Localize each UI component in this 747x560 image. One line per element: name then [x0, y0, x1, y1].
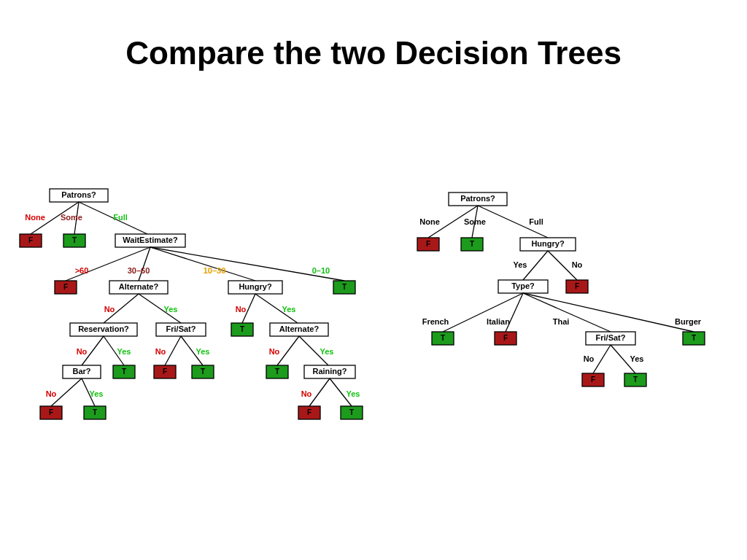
svg-line-124 [593, 345, 611, 373]
svg-line-109 [506, 293, 523, 332]
decision-tree-left: Patrons? None Some Full F T WaitEstimate… [15, 186, 379, 463]
leaf-hungry-no-t: T [231, 323, 253, 336]
leaf-r-frisat-yes-t: T [624, 373, 646, 386]
svg-text:No: No [236, 305, 247, 314]
node-type: Type? [498, 280, 548, 293]
leaf-alt2-no-t: T [266, 365, 288, 378]
svg-text:T: T [275, 368, 279, 376]
svg-text:Yes: Yes [164, 305, 178, 314]
leaf-r-some-t: T [461, 238, 483, 251]
svg-text:>60: >60 [75, 266, 89, 275]
svg-text:30–60: 30–60 [128, 266, 150, 275]
svg-text:0–10: 0–10 [312, 266, 330, 275]
svg-text:Yes: Yes [90, 389, 104, 398]
svg-text:Italian: Italian [487, 317, 510, 326]
node-alternate-1: Alternate? [109, 281, 168, 294]
node-hungry-r: Hungry? [520, 238, 576, 251]
svg-text:Full: Full [113, 213, 128, 222]
node-bar: Bar? [63, 365, 101, 378]
svg-text:T: T [349, 408, 354, 416]
svg-text:French: French [422, 317, 449, 326]
svg-text:No: No [584, 354, 595, 363]
svg-text:F: F [49, 408, 53, 416]
leaf-bar-no-f: F [40, 406, 62, 419]
node-waitestimate: WaitEstimate? [115, 234, 185, 247]
svg-text:Patrons?: Patrons? [61, 190, 96, 199]
page-title: Compare the two Decision Trees [0, 35, 747, 71]
svg-text:Raining?: Raining? [312, 367, 347, 376]
svg-line-54 [277, 336, 299, 365]
svg-text:T: T [122, 368, 126, 376]
svg-text:No: No [572, 260, 583, 269]
svg-text:Yes: Yes [117, 347, 131, 356]
leaf-frisat-yes-t: T [192, 365, 214, 378]
svg-text:No: No [269, 347, 280, 356]
decision-tree-right: Patrons? None Some Full F T Hungry? Yes … [405, 190, 726, 423]
node-patrons-r: Patrons? [449, 192, 507, 206]
node-frisat-left: Fri/Sat? [156, 323, 206, 336]
svg-text:Yes: Yes [320, 347, 334, 356]
leaf-raining-no-f: F [298, 406, 320, 419]
svg-text:Reservation?: Reservation? [78, 324, 129, 333]
svg-text:10–30: 10–30 [204, 266, 226, 275]
leaf-raining-yes-t: T [341, 406, 363, 419]
svg-line-14 [66, 247, 150, 281]
svg-text:WaitEstimate?: WaitEstimate? [123, 236, 178, 244]
svg-text:F: F [163, 368, 167, 376]
svg-text:T: T [240, 325, 244, 333]
svg-text:T: T [201, 368, 205, 376]
svg-text:Thai: Thai [553, 317, 570, 326]
svg-text:Fri/Sat?: Fri/Sat? [596, 333, 626, 342]
leaf-r-frisat-no-f: F [582, 373, 604, 386]
svg-line-108 [443, 293, 523, 332]
svg-text:Burger: Burger [675, 317, 702, 326]
svg-text:No: No [301, 389, 312, 398]
svg-text:Yes: Yes [514, 260, 527, 269]
svg-text:F: F [63, 283, 68, 291]
svg-text:Alternate?: Alternate? [279, 324, 320, 333]
svg-text:F: F [591, 376, 595, 384]
svg-text:F: F [307, 408, 311, 416]
svg-text:T: T [633, 376, 638, 384]
svg-text:T: T [692, 334, 696, 342]
leaf-wait-gt60-f: F [55, 281, 77, 294]
svg-text:Yes: Yes [282, 305, 296, 314]
svg-text:Alternate?: Alternate? [119, 282, 159, 291]
svg-text:No: No [104, 305, 115, 314]
svg-text:Fri/Sat?: Fri/Sat? [166, 324, 196, 333]
node-hungry-left: Hungry? [228, 281, 282, 294]
svg-line-50 [165, 336, 181, 365]
leaf-patrons-some-t: T [63, 234, 85, 247]
node-reservation: Reservation? [70, 323, 137, 336]
svg-text:F: F [503, 334, 508, 342]
svg-text:No: No [77, 347, 88, 356]
leaf-bar-yes-t: T [84, 406, 106, 419]
svg-text:Type?: Type? [511, 281, 535, 290]
svg-text:T: T [93, 408, 97, 416]
svg-text:Hungry?: Hungry? [531, 239, 565, 248]
leaf-r-none-f: F [417, 238, 439, 251]
leaf-wait-0-10-t: T [333, 281, 355, 294]
svg-text:Hungry?: Hungry? [239, 282, 272, 291]
leaf-r-french-t: T [432, 332, 454, 345]
svg-text:T: T [72, 236, 77, 244]
svg-text:F: F [426, 240, 430, 248]
leaf-r-italian-f: F [495, 332, 516, 345]
node-raining: Raining? [304, 365, 355, 378]
leaf-r-hungry-no-f: F [566, 280, 588, 293]
node-frisat-r: Fri/Sat? [586, 332, 635, 345]
leaf-patrons-none-f: F [20, 234, 42, 247]
svg-line-110 [523, 293, 611, 332]
svg-text:T: T [441, 334, 445, 342]
svg-text:F: F [28, 236, 33, 244]
svg-text:No: No [46, 389, 57, 398]
svg-text:Bar?: Bar? [72, 367, 90, 376]
svg-text:None: None [419, 217, 440, 226]
svg-line-16 [150, 247, 255, 281]
svg-line-15 [139, 247, 150, 281]
svg-text:Yes: Yes [630, 354, 644, 363]
svg-text:Some: Some [464, 217, 486, 226]
svg-text:Full: Full [529, 217, 543, 226]
svg-text:Yes: Yes [347, 389, 360, 398]
svg-line-17 [150, 247, 344, 281]
